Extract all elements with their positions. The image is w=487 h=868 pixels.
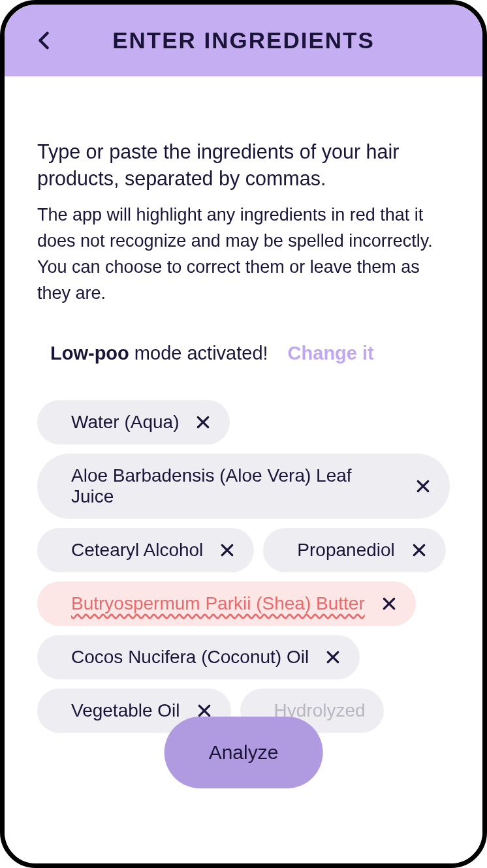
ingredient-label: Butryospermum Parkii (Shea) Butter [71,593,365,614]
remove-ingredient-button[interactable] [219,542,236,559]
ingredient-label: Cetearyl Alcohol [71,540,203,561]
ingredient-chip[interactable]: Butryospermum Parkii (Shea) Butter [37,581,416,626]
ingredient-chip[interactable]: Cetearyl Alcohol [37,528,254,572]
app-header: ENTER INGREDIENTS [5,5,482,76]
close-icon [416,479,430,493]
mode-row: Low-poo mode activated! Change it [37,343,450,364]
mode-suffix: mode activated! [129,343,268,364]
close-icon [197,704,212,718]
ingredient-chip[interactable]: Propanediol [263,528,445,572]
remove-ingredient-button[interactable] [415,478,432,495]
close-icon [382,597,396,611]
ingredient-label: Cocos Nucifera (Coconut) Oil [71,647,309,668]
instruction-primary: Type or paste the ingredients of your ha… [37,138,450,192]
close-icon [220,543,234,557]
remove-ingredient-button[interactable] [324,649,341,666]
back-button[interactable] [31,27,57,54]
close-icon [196,415,210,429]
ingredient-label: Water (Aqua) [71,412,179,433]
analyze-button[interactable]: Analyze [165,717,323,788]
remove-ingredient-button[interactable] [381,595,398,612]
change-mode-link[interactable]: Change it [288,343,374,364]
close-icon [412,543,426,557]
ingredients-chips: Water (Aqua)Aloe Barbadensis (Aloe Vera)… [37,400,450,733]
mode-text: Low-poo mode activated! [50,343,268,364]
chevron-left-icon [38,31,50,50]
page-title: ENTER INGREDIENTS [5,27,482,54]
ingredient-chip[interactable]: Cocos Nucifera (Coconut) Oil [37,635,360,679]
ingredient-label: Propanediol [297,540,394,561]
instruction-secondary: The app will highlight any ingredients i… [37,202,450,307]
remove-ingredient-button[interactable] [411,542,428,559]
ingredient-chip[interactable]: Water (Aqua) [37,400,230,444]
remove-ingredient-button[interactable] [195,414,212,431]
ingredient-label: Aloe Barbadensis (Aloe Vera) Leaf Juice [71,465,399,507]
ingredient-label: Vegetable Oil [71,700,180,721]
main-content: Type or paste the ingredients of your ha… [5,76,482,733]
close-icon [326,650,340,664]
ingredient-chip[interactable]: Aloe Barbadensis (Aloe Vera) Leaf Juice [37,454,450,519]
mode-name: Low-poo [50,343,129,364]
